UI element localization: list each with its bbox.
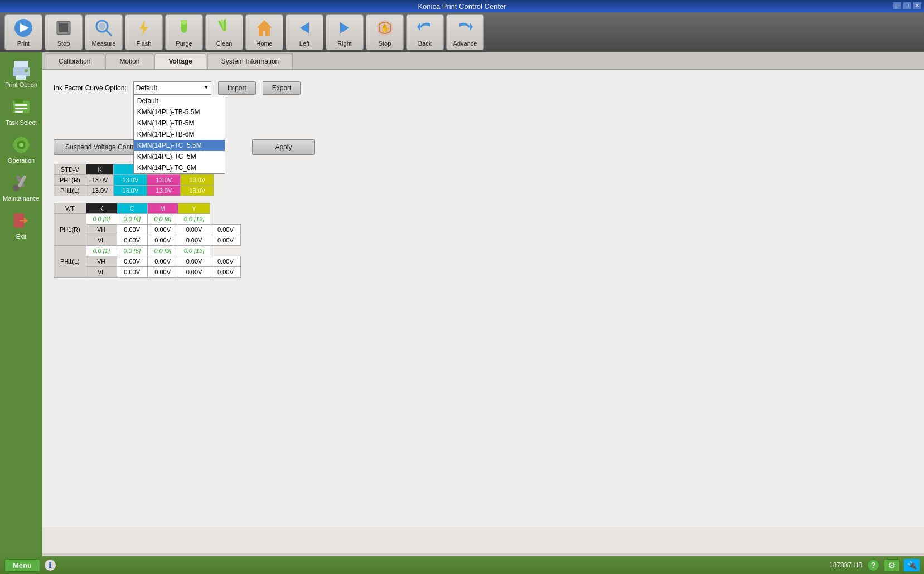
dropdown-option-tc55[interactable]: KMN(14PL)-TC_5.5M xyxy=(134,140,225,151)
sidebar-item-operation[interactable]: Operation xyxy=(1,130,41,167)
ph1r-vl-y: 0.00V xyxy=(210,235,241,246)
c-col-header: C xyxy=(117,203,147,214)
info-icon: ℹ xyxy=(45,560,56,571)
dropdown-option-tc6[interactable]: KMN(14PL)-TC_6M xyxy=(134,162,225,173)
purge-button[interactable]: Purge xyxy=(165,14,203,50)
svg-rect-20 xyxy=(16,75,26,80)
dropdown-option-tc5[interactable]: KMN(14PL)-TC_5M xyxy=(134,151,225,162)
sidebar-item-maintainance[interactable]: Maintainance xyxy=(1,168,41,205)
maximize-button[interactable]: □ xyxy=(903,2,912,9)
main-area: Calibration Motion Voltage System Inform… xyxy=(42,52,924,553)
svg-rect-30 xyxy=(20,137,22,141)
ph1l-temp-m: 0.0 [9] xyxy=(147,246,178,256)
left-button[interactable]: Left xyxy=(286,14,323,50)
titlebar: Konica Print Control Center — □ ✕ xyxy=(0,0,924,12)
ph1l-temp-c: 0.0 [5] xyxy=(117,246,147,256)
help-button[interactable]: ? xyxy=(867,559,879,571)
svg-line-6 xyxy=(107,31,111,35)
stop2-label: Stop xyxy=(379,40,391,47)
ph1r-k-val: 13.0V xyxy=(86,175,114,186)
import-button[interactable]: Import xyxy=(218,81,256,95)
export-button[interactable]: Export xyxy=(263,81,301,95)
ink-factor-dropdown-container: Default ▼ Default KMN(14PL)-TB-5.5M KMN(… xyxy=(133,81,211,95)
flash-button[interactable]: Flash xyxy=(125,14,163,50)
std-v-cell: STD-V xyxy=(54,164,86,175)
tab-calibration[interactable]: Calibration xyxy=(45,53,104,69)
close-button[interactable]: ✕ xyxy=(913,2,922,9)
ph1l-k-val: 13.0V xyxy=(86,186,114,196)
ink-factor-row: Ink Factor Curve Option: Default ▼ Defau… xyxy=(54,81,913,95)
measure-button[interactable]: Measure xyxy=(85,14,123,50)
svg-marker-13 xyxy=(257,20,272,36)
settings-button[interactable]: ⚙ xyxy=(884,559,899,571)
ph1r-y-val: 13.0V xyxy=(181,175,214,186)
right-label: Right xyxy=(337,40,352,47)
dropdown-wrapper: Default ▼ Default KMN(14PL)-TB-5.5M KMN(… xyxy=(133,81,211,95)
print-option-label: Print Option xyxy=(5,81,37,88)
print-label: Print xyxy=(17,40,30,47)
clean-button[interactable]: Clean xyxy=(205,14,243,50)
print-option-icon xyxy=(10,58,32,80)
dropdown-option-tb55[interactable]: KMN(14PL)-TB-5.5M xyxy=(134,106,225,118)
exit-icon xyxy=(10,210,32,232)
left-icon xyxy=(294,18,315,38)
connect-button[interactable]: 🔌 xyxy=(904,559,920,571)
m-col-header: M xyxy=(147,203,178,214)
ph1l-vh-k: 0.00V xyxy=(117,256,147,267)
ph1l-vh-vt: VH xyxy=(86,256,117,267)
statusbar: Menu ℹ 187887 HB ? ⚙ 🔌 xyxy=(0,556,924,574)
clean-label: Clean xyxy=(216,40,233,47)
sidebar-item-task-select[interactable]: Task Select xyxy=(1,93,41,129)
ink-factor-label: Ink Factor Curve Option: xyxy=(54,84,127,92)
advance-button[interactable]: Advance xyxy=(446,14,484,50)
apply-button[interactable]: Apply xyxy=(252,139,315,155)
tab-voltage[interactable]: Voltage xyxy=(154,53,206,69)
svg-rect-32 xyxy=(13,144,17,146)
ph1r-vh-m: 0.00V xyxy=(178,225,210,235)
maintainance-icon xyxy=(10,172,32,194)
status-counter: 187887 HB xyxy=(829,561,863,569)
toolbar: Print Stop Measure Flash xyxy=(0,12,924,52)
task-select-icon xyxy=(10,96,32,118)
svg-marker-15 xyxy=(340,22,349,33)
svg-rect-3 xyxy=(59,23,68,32)
ph1r-label: PH1(R) xyxy=(54,175,86,186)
back-button[interactable]: Back xyxy=(406,14,444,50)
tab-system-information[interactable]: System Information xyxy=(207,53,293,69)
home-label: Home xyxy=(256,40,272,47)
sidebar-item-print-option[interactable]: Print Option xyxy=(1,55,41,91)
print-button[interactable]: Print xyxy=(4,14,42,50)
titlebar-controls[interactable]: — □ ✕ xyxy=(893,2,922,9)
flash-icon xyxy=(134,18,154,38)
stop-button[interactable]: Stop xyxy=(45,14,83,50)
back-label: Back xyxy=(418,40,432,47)
k-col-header: K xyxy=(86,203,117,214)
ph1l-temp-k: 0.0 [1] xyxy=(86,246,117,256)
maintainance-label: Maintainance xyxy=(3,195,39,202)
dropdown-option-default[interactable]: Default xyxy=(134,95,225,106)
flash-label: Flash xyxy=(137,40,152,47)
dropdown-option-tb6[interactable]: KMN(14PL)-TB-6M xyxy=(134,129,225,140)
ph1r-temp-k: 0.0 [0] xyxy=(86,214,117,225)
sidebar-item-exit[interactable]: Exit xyxy=(1,206,41,243)
measure-label: Measure xyxy=(92,40,116,47)
svg-marker-14 xyxy=(300,22,309,33)
svg-point-5 xyxy=(99,23,105,30)
minimize-button[interactable]: — xyxy=(893,2,902,9)
ph1r-temp-y: 0.0 [12] xyxy=(178,214,210,225)
stop-label: Stop xyxy=(57,40,70,47)
purge-icon xyxy=(174,18,194,38)
ink-factor-dropdown-input[interactable]: Default xyxy=(133,81,211,95)
dropdown-option-tb5[interactable]: KMN(14PL)-TB-5M xyxy=(134,118,225,129)
stop2-button[interactable]: ✋ Stop xyxy=(366,14,404,50)
svg-rect-12 xyxy=(224,19,226,31)
right-button[interactable]: Right xyxy=(326,14,364,50)
print-icon xyxy=(13,18,33,38)
purge-label: Purge xyxy=(176,40,192,47)
ph1l-vl-c: 0.00V xyxy=(147,267,178,278)
home-button[interactable]: Home xyxy=(245,14,283,50)
menu-button[interactable]: Menu xyxy=(4,559,40,572)
tab-motion[interactable]: Motion xyxy=(105,53,153,69)
ph1r-temp-c: 0.0 [4] xyxy=(117,214,147,225)
ph1r-vl-vt: VL xyxy=(86,235,117,246)
